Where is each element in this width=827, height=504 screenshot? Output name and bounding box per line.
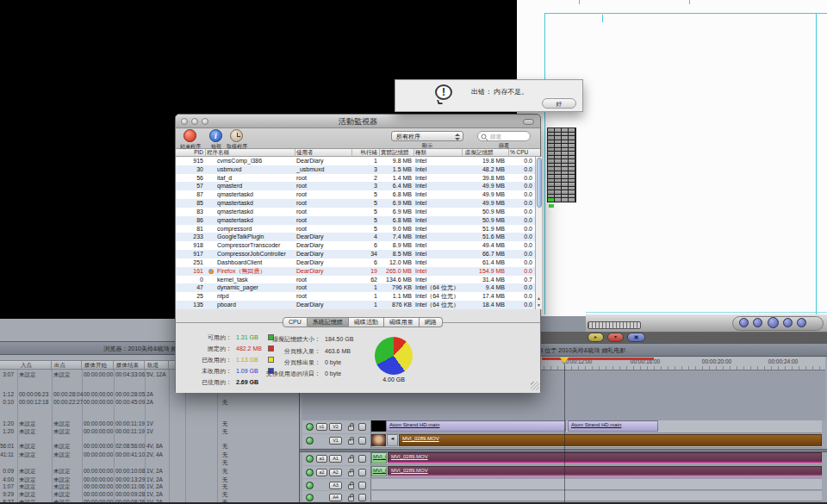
process-row[interactable]: 30usbmuxd_usbmuxd31.5 MBIntel48.2 MB0.0 xyxy=(176,165,535,174)
search-input[interactable]: 篩選 xyxy=(477,131,531,141)
video-clip[interactable]: Atom Strand HD.main xyxy=(386,420,566,432)
snapping-button[interactable]: ▾ xyxy=(607,333,624,342)
process-row[interactable]: 25ntpdroot11.1 MBIntel（64 位元）17.4 MB0.0 xyxy=(176,292,535,301)
col-threads[interactable]: 執行緒 xyxy=(353,149,377,156)
source-track-button[interactable]: v1 xyxy=(316,423,327,431)
track-height-icon[interactable] xyxy=(358,423,366,431)
scrollbar-thumb[interactable] xyxy=(537,158,542,208)
sample-process-button[interactable] xyxy=(230,129,243,142)
track-v2-body[interactable]: Atom Strand HD.main Atom Strand HD.main xyxy=(371,420,822,433)
dest-track-button[interactable]: A3 xyxy=(329,482,342,489)
process-row[interactable]: 87qmastertaskdroot56.8 MBIntel49.9 MB0.0 xyxy=(176,190,535,199)
vertical-scrollbar[interactable]: ▲ ▼ xyxy=(535,157,542,309)
inspect-button[interactable]: i xyxy=(209,129,222,142)
process-row[interactable]: 161Firefox（無回應）DearDiary19265.0 MBIntel1… xyxy=(176,267,535,276)
audio-enable-icon[interactable] xyxy=(306,494,314,501)
audio-clip[interactable]: MVI_0289.MOV xyxy=(388,452,822,464)
audio-clip[interactable]: MVI_0289.MOV xyxy=(388,466,822,476)
track-visibility-icon[interactable] xyxy=(306,437,314,445)
source-track-button[interactable]: a2 xyxy=(316,469,327,476)
track-a4-body[interactable] xyxy=(371,491,822,501)
process-row[interactable]: 83qmastertaskdroot56.9 MBIntel50.9 MB0.0 xyxy=(176,208,535,216)
play-button[interactable] xyxy=(768,317,779,328)
audio-clip-head[interactable]: MVI_02 xyxy=(371,466,387,476)
lock-icon[interactable] xyxy=(348,484,354,489)
lock-icon[interactable] xyxy=(348,457,354,463)
window-resize-grip[interactable] xyxy=(531,382,539,390)
col-virtual-memory[interactable]: 虛擬記憶體 xyxy=(465,149,494,156)
process-row[interactable]: 915cvmsComp_i386DearDiary19.8 MBIntel19.… xyxy=(176,157,535,165)
audio-enable-icon[interactable] xyxy=(306,482,314,489)
process-row[interactable]: 918CompressorTranscoderDearDiary68.9 MBI… xyxy=(176,241,535,250)
track-visibility-icon[interactable] xyxy=(306,423,314,431)
browser-row[interactable]: 56:01未設定未設定00:00:00:0002:08:56:004V, 8A无 xyxy=(0,442,299,450)
playhead-line[interactable] xyxy=(564,360,565,502)
col-media-end[interactable]: 媒体结束 xyxy=(115,361,145,370)
track-height-icon[interactable] xyxy=(358,455,366,463)
process-filter-popup[interactable]: 所有程序 xyxy=(391,131,463,141)
go-to-next-edit-button[interactable] xyxy=(797,318,806,327)
browser-row[interactable]: 1:07未設定未設定00:00:00:0000:00:11:061V, 2A无 xyxy=(0,482,299,490)
process-row[interactable]: 47dynamic_pagerroot1796 KBIntel（64 位元）9.… xyxy=(176,283,535,292)
dest-track-button[interactable]: A2 xyxy=(329,469,342,476)
process-row[interactable]: 56itaf_droot21.4 MBIntel39.8 MB0.0 xyxy=(176,174,535,183)
clip-arrow-button[interactable]: ◄ xyxy=(387,434,398,446)
play-around-button[interactable] xyxy=(753,318,762,327)
tab-磁碟用量[interactable]: 磁碟用量 xyxy=(384,317,420,327)
clip-overlays-button[interactable]: ▣ xyxy=(627,333,645,342)
col-kind[interactable]: 種類 xyxy=(415,149,426,156)
process-row[interactable]: 81compressordroot59.0 MBIntel51.9 MB0.0 xyxy=(176,225,535,233)
process-row[interactable]: 135pboardDearDiary1876 KBIntel（64 位元）18.… xyxy=(176,301,535,309)
browser-row[interactable]: 41:11未設定未設定00:00:00:0000:00:41:102V, 4A无 xyxy=(0,451,299,458)
audio-enable-icon[interactable] xyxy=(306,455,314,463)
tab-網路[interactable]: 網路 xyxy=(420,317,443,327)
lock-icon[interactable] xyxy=(348,426,354,431)
track-a2-body[interactable]: MVI_02 MVI_0289.MOV xyxy=(371,466,822,478)
col-media-start[interactable]: 媒体开始 xyxy=(83,361,114,370)
track-a3-body[interactable] xyxy=(371,479,822,490)
jog-shuttle-control[interactable] xyxy=(588,321,641,329)
process-row[interactable]: 251DashboardClientDearDiary612.0 MBIntel… xyxy=(176,258,535,267)
video-clip[interactable]: Atom Strand HD.main xyxy=(568,420,658,432)
track-height-icon[interactable] xyxy=(358,482,366,489)
browser-row[interactable]: 0:1000:00:12:1800:00:22:2700:00:00:0000:… xyxy=(0,398,299,406)
lock-icon[interactable] xyxy=(348,496,354,501)
tab-CPU[interactable]: CPU xyxy=(283,317,308,327)
lock-icon[interactable] xyxy=(348,471,354,476)
quit-process-button[interactable] xyxy=(183,129,196,142)
play-in-to-out-button[interactable] xyxy=(783,318,793,327)
clip-thumbnail-face[interactable] xyxy=(371,434,386,446)
browser-row[interactable]: 0:09未設定未設定00:00:00:0000:00:10:081V, 2A无 xyxy=(0,467,299,475)
process-row[interactable]: 233GoogleTalkPluginDearDiary47.4 MBIntel… xyxy=(176,233,535,241)
video-clip[interactable]: MVI_0289.MOV xyxy=(399,434,822,446)
track-v1-body[interactable]: ◄ MVI_0289.MOV xyxy=(371,434,822,448)
browser-row[interactable]: 1:20未設定未設定00:00:00:0000:00:11:191V无 xyxy=(0,420,299,427)
tab-磁碟活動[interactable]: 磁碟活動 xyxy=(349,317,384,327)
process-row[interactable]: 917CompressorJobControllerDearDiary348.5… xyxy=(176,250,535,258)
lock-icon[interactable] xyxy=(348,439,354,445)
browser-row[interactable]: 9:29未設定未設定00:00:00:0000:00:09:281V, 2A无 xyxy=(0,490,299,498)
col-pid[interactable]: PID xyxy=(177,149,203,156)
tab-系統記憶體[interactable]: 系統記憶體 xyxy=(308,317,349,327)
source-track-button[interactable]: a1 xyxy=(316,455,327,463)
dest-track-button[interactable]: A4 xyxy=(329,494,342,501)
col-cpu[interactable]: % CPU xyxy=(510,149,528,156)
process-row[interactable]: 85qmastertaskdroot56.9 MBIntel49.9 MB0.0 xyxy=(176,199,535,208)
track-a1-body[interactable]: MVI_02 MVI_0289.MOV xyxy=(371,452,822,465)
scroll-down-arrow[interactable]: ▼ xyxy=(536,302,542,308)
track-height-icon[interactable] xyxy=(358,494,366,501)
playhead-handle[interactable] xyxy=(560,358,569,364)
window-titlebar[interactable]: 活動監視器 xyxy=(176,115,540,128)
dest-track-button[interactable]: A1 xyxy=(329,455,342,463)
audio-clip-head[interactable]: MVI_02 xyxy=(371,452,387,464)
col-tracks[interactable]: 轨道 xyxy=(146,361,169,370)
col-user[interactable]: 使用者 xyxy=(296,149,314,156)
col-name[interactable]: 程序名稱 xyxy=(207,149,229,156)
dest-track-button[interactable]: V2 xyxy=(329,423,342,431)
ok-button[interactable]: 好 xyxy=(542,98,576,109)
process-row[interactable]: 0kernel_taskroot62134.6 MBIntel31.4 MB0.… xyxy=(176,276,535,284)
col-out[interactable]: 出点 xyxy=(53,361,82,370)
browser-row[interactable]: 1:20未設定未設定00:00:00:0000:00:11:191V无 xyxy=(0,427,299,435)
track-height-icon[interactable] xyxy=(358,469,366,476)
col-real-memory[interactable]: 實體記憶體 xyxy=(381,149,409,156)
